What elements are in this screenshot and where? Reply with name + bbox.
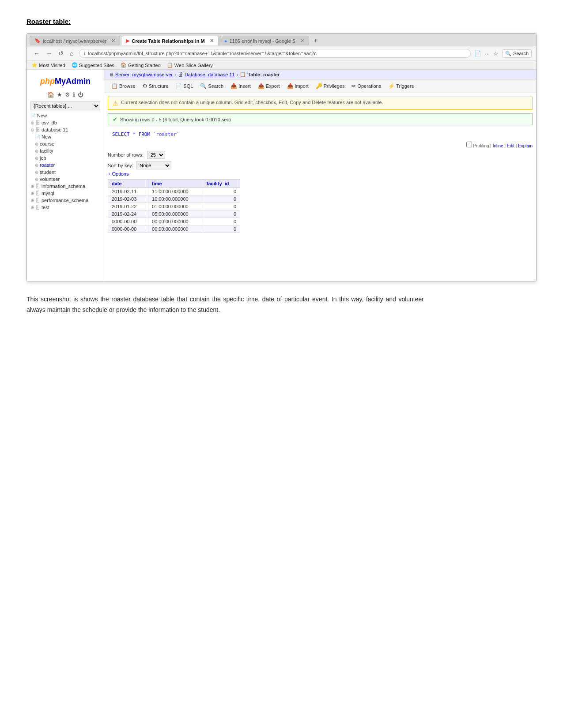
inline-link[interactable]: Inline xyxy=(493,143,503,148)
sidebar-info-label: information_schema xyxy=(42,184,85,189)
search-label: Search xyxy=(208,83,223,89)
cell-time: 00:00:00.000000 xyxy=(148,225,203,233)
description-text: This screenshot is shows the roaster dat… xyxy=(26,294,424,315)
bookmark-suggested-label: Suggested Sites xyxy=(79,63,114,68)
sidebar-item-mysql[interactable]: ⊕ 🗄 mysql xyxy=(27,190,104,197)
edit-link[interactable]: Edit xyxy=(507,143,514,148)
tab-google[interactable]: ● 1186 error in mysql - Google S ✕ xyxy=(219,36,309,45)
toolbar-sql[interactable]: 📄 SQL xyxy=(172,82,196,90)
logo-myadmin: MyAdmin xyxy=(55,77,91,86)
breadcrumb-table: Table: roaster xyxy=(248,72,280,77)
sortby-select[interactable]: None xyxy=(136,161,171,169)
toolbar-browse[interactable]: 📋 Browse xyxy=(108,82,139,90)
tab-active[interactable]: ▶ Create Table Relationships in M ✕ xyxy=(121,36,218,45)
recent-tables-select[interactable]: {Recent tables} ... xyxy=(30,101,100,110)
sidebar-student-label: student xyxy=(40,169,56,175)
sidebar-item-perf-schema[interactable]: ⊕ 🗄 performance_schema xyxy=(27,197,104,204)
cell-facility_id: 0 xyxy=(203,188,240,195)
tab-localhost[interactable]: 🔖 localhost / mysql.wampserver ✕ xyxy=(30,36,120,45)
expand-db11-icon: ⊖ xyxy=(30,128,34,132)
cell-time: 11:00:00.000000 xyxy=(148,188,203,195)
toolbar-privileges[interactable]: 🔑 Privileges xyxy=(312,82,348,90)
tab-label-1: localhost / mysql.wampserver xyxy=(43,38,106,44)
privileges-label: Privileges xyxy=(324,83,345,89)
sidebar-item-new-db11[interactable]: 📄 New xyxy=(33,133,104,140)
toolbar-structure[interactable]: ⚙ Structure xyxy=(139,82,172,90)
bookmarks-bar: ⭐ Most Visited 🌐 Suggested Sites 🏠 Getti… xyxy=(27,61,536,70)
cell-facility_id: 0 xyxy=(203,195,240,203)
pma-rows-option: Number of rows: 25 xyxy=(108,151,533,159)
toolbar-operations[interactable]: ✏ Operations xyxy=(348,82,385,90)
sidebar-mysql-label: mysql xyxy=(42,191,54,196)
sidebar-item-facility[interactable]: ⊕ facility xyxy=(33,147,104,154)
cell-facility_id: 0 xyxy=(203,218,240,225)
tab-close-2[interactable]: ✕ xyxy=(210,38,214,44)
pma-star-icon[interactable]: ★ xyxy=(57,91,62,98)
sidebar-item-roaster[interactable]: ⊕ roaster xyxy=(33,161,104,169)
pma-settings-icon[interactable]: ⚙ xyxy=(65,91,70,98)
bookmark-web-slice-label: Web Slice Gallery xyxy=(174,63,213,68)
bookmark-web-slice[interactable]: 📋 Web Slice Gallery xyxy=(167,62,213,68)
pma-container: phpMyAdmin 🏠 ★ ⚙ ℹ ⏻ {Recent tables} ...… xyxy=(27,70,536,281)
cell-time: 10:00:00.000000 xyxy=(148,195,203,203)
sidebar-item-database11[interactable]: ⊖ 🗄 database 11 xyxy=(27,126,104,133)
browser-window: 🔖 localhost / mysql.wampserver ✕ ▶ Creat… xyxy=(26,33,537,282)
bookmark-btn[interactable]: 📄 xyxy=(474,50,481,57)
sidebar-db11-section: 📄 New ⊕ course ⊕ facility ⊕ job ⊕ roa xyxy=(27,133,104,183)
db-icon-db11: 🗄 xyxy=(35,127,40,132)
sidebar-item-course[interactable]: ⊕ course xyxy=(33,140,104,147)
forward-button[interactable]: → xyxy=(44,49,54,58)
home-button[interactable]: ⌂ xyxy=(68,49,76,58)
profiling-text: Profiling xyxy=(473,143,489,148)
col-date[interactable]: date xyxy=(108,180,148,188)
url-bar[interactable]: ℹ localhost/phpmyadmin/tbl_structure.php… xyxy=(79,49,471,58)
expand-job-icon: ⊕ xyxy=(35,156,38,161)
sidebar-item-volunteer[interactable]: ⊕ volunteer xyxy=(33,176,104,183)
expand-info-icon: ⊕ xyxy=(30,184,34,189)
tab-label-2: Create Table Relationships in M xyxy=(132,38,204,44)
rows-select[interactable]: 25 xyxy=(147,151,165,159)
toolbar-export[interactable]: 📤 Export xyxy=(254,82,283,90)
pma-home-icon[interactable]: 🏠 xyxy=(47,91,54,98)
sidebar-item-student[interactable]: ⊕ student xyxy=(33,169,104,176)
triggers-icon: ⚡ xyxy=(388,83,395,89)
search-box[interactable]: 🔍 Search xyxy=(502,49,532,58)
bookmark-suggested[interactable]: 🌐 Suggested Sites xyxy=(72,62,114,68)
sidebar-item-info-schema[interactable]: ⊕ 🗄 information_schema xyxy=(27,183,104,190)
pma-exit-icon[interactable]: ⏻ xyxy=(78,91,83,98)
new-tab-button[interactable]: + xyxy=(310,35,321,46)
toolbar-triggers[interactable]: ⚡ Triggers xyxy=(385,82,417,90)
profiling-checkbox-label[interactable]: Profiling xyxy=(466,143,491,148)
tab-close-3[interactable]: ✕ xyxy=(300,38,304,44)
sidebar-db11-label: database 11 xyxy=(42,127,68,132)
pma-options-link[interactable]: + Options xyxy=(108,171,533,176)
logo-php: php xyxy=(40,77,55,86)
more-btn[interactable]: ··· xyxy=(485,50,490,57)
col-facility-id[interactable]: facility_id xyxy=(203,180,240,188)
refresh-button[interactable]: ↺ xyxy=(56,49,66,58)
breadcrumb-sep1: › xyxy=(174,72,176,77)
sidebar-item-new-top[interactable]: 📄 New xyxy=(27,112,104,119)
breadcrumb-server[interactable]: Server: mysql.wampserver xyxy=(115,72,173,77)
breadcrumb-database[interactable]: Database: database 11 xyxy=(185,72,235,77)
sidebar-item-job[interactable]: ⊕ job xyxy=(33,154,104,161)
bookmark-most-visited-label: Most Visited xyxy=(39,63,65,68)
col-time[interactable]: time xyxy=(148,180,203,188)
toolbar-search[interactable]: 🔍 Search xyxy=(196,82,227,90)
explain-link[interactable]: Explain xyxy=(518,143,533,148)
back-button[interactable]: ← xyxy=(31,49,42,58)
bookmark-home-icon: 🏠 xyxy=(121,62,127,68)
toolbar-insert[interactable]: 📥 Insert xyxy=(227,82,254,90)
tab-close-1[interactable]: ✕ xyxy=(111,38,115,44)
pma-info-icon[interactable]: ℹ xyxy=(73,91,75,98)
rows-label: Number of rows: xyxy=(108,152,144,158)
profiling-checkbox[interactable] xyxy=(466,142,472,147)
pma-toolbar: 📋 Browse ⚙ Structure 📄 SQL 🔍 Search 📥 xyxy=(104,79,536,93)
sidebar-item-test[interactable]: ⊕ 🗄 test xyxy=(27,204,104,211)
bookmark-most-visited[interactable]: ⭐ Most Visited xyxy=(31,62,65,68)
sidebar-item-csv-db[interactable]: ⊕ 🗄 csv_db xyxy=(27,119,104,126)
address-bar: ← → ↺ ⌂ ℹ localhost/phpmyadmin/tbl_struc… xyxy=(27,46,536,61)
favorites-btn[interactable]: ☆ xyxy=(493,50,499,57)
bookmark-getting-started[interactable]: 🏠 Getting Started xyxy=(121,62,161,68)
toolbar-import[interactable]: 📥 Import xyxy=(283,82,312,90)
